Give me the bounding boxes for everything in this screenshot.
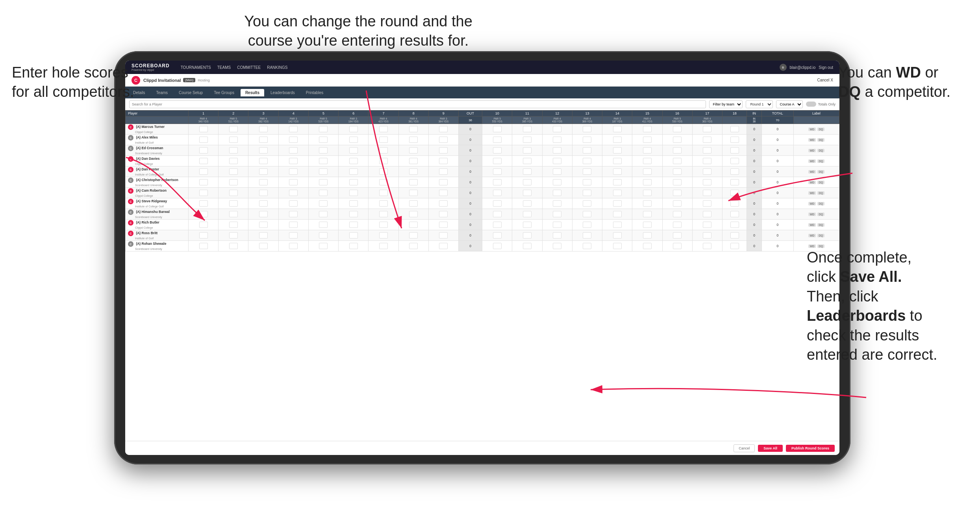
score-input-h6-p10[interactable] (349, 232, 358, 239)
score-input-h10-p9[interactable] (493, 222, 502, 228)
score-input-h15-p0[interactable] (643, 126, 652, 132)
hole-7-input-1[interactable] (369, 135, 398, 145)
hole-14-input-0[interactable] (602, 124, 632, 135)
hole-18-input-10[interactable] (722, 230, 747, 241)
hole-8-input-7[interactable] (398, 198, 428, 209)
score-input-h3-p10[interactable] (259, 232, 268, 239)
hole-12-input-5[interactable] (542, 177, 572, 188)
hole-14-input-4[interactable] (602, 166, 632, 177)
hole-4-input-8[interactable] (278, 209, 308, 220)
dq-button-10[interactable]: DQ (817, 234, 825, 237)
score-input-h15-p9[interactable] (643, 222, 652, 228)
score-input-h3-p1[interactable] (259, 137, 268, 143)
hole-10-input-9[interactable] (482, 220, 512, 230)
score-input-h11-p7[interactable] (523, 200, 532, 207)
hole-18-input-9[interactable] (722, 220, 747, 230)
score-input-h11-p2[interactable] (523, 147, 532, 153)
hole-11-input-6[interactable] (512, 188, 542, 198)
dq-button-6[interactable]: DQ (817, 191, 825, 195)
score-input-h16-p9[interactable] (673, 222, 682, 228)
hole-14-input-6[interactable] (602, 188, 632, 198)
hole-3-input-0[interactable] (248, 124, 278, 135)
score-input-h11-p1[interactable] (523, 137, 532, 143)
hole-5-input-2[interactable] (308, 145, 338, 156)
hole-11-input-10[interactable] (512, 230, 542, 241)
score-input-h12-p9[interactable] (553, 222, 561, 228)
hole-5-input-6[interactable] (308, 188, 338, 198)
hole-6-input-2[interactable] (339, 145, 369, 156)
score-input-h15-p5[interactable] (643, 179, 652, 185)
score-input-h7-p5[interactable] (379, 179, 388, 185)
score-input-h17-p10[interactable] (703, 232, 711, 239)
hole-17-input-9[interactable] (692, 220, 722, 230)
hole-2-input-4[interactable] (219, 166, 248, 177)
score-input-h10-p1[interactable] (493, 137, 502, 143)
score-input-h13-p3[interactable] (583, 158, 591, 164)
hole-5-input-1[interactable] (308, 135, 338, 145)
score-input-h2-p6[interactable] (229, 190, 238, 196)
score-input-h10-p7[interactable] (493, 200, 502, 207)
score-input-h8-p11[interactable] (409, 243, 418, 249)
score-input-h15-p11[interactable] (643, 243, 652, 249)
score-input-h7-p9[interactable] (379, 222, 388, 228)
tab-results[interactable]: Results (241, 89, 264, 96)
hole-5-input-5[interactable] (308, 177, 338, 188)
hole-12-input-6[interactable] (542, 188, 572, 198)
score-input-h8-p9[interactable] (409, 222, 418, 228)
hole-5-input-8[interactable] (308, 209, 338, 220)
score-input-h9-p11[interactable] (439, 243, 448, 249)
hole-13-input-7[interactable] (572, 198, 602, 209)
hole-13-input-5[interactable] (572, 177, 602, 188)
score-input-h12-p8[interactable] (553, 211, 561, 217)
score-input-h7-p10[interactable] (379, 232, 388, 239)
hole-15-input-10[interactable] (632, 230, 662, 241)
hole-5-input-9[interactable] (308, 220, 338, 230)
hole-14-input-7[interactable] (602, 198, 632, 209)
hole-11-input-7[interactable] (512, 198, 542, 209)
hole-4-input-6[interactable] (278, 188, 308, 198)
hole-16-input-9[interactable] (662, 220, 692, 230)
hole-9-input-2[interactable] (428, 145, 458, 156)
dq-button-5[interactable]: DQ (817, 181, 825, 184)
score-input-h18-p2[interactable] (730, 147, 739, 153)
hole-16-input-11[interactable] (662, 241, 692, 251)
score-input-h16-p6[interactable] (673, 190, 682, 196)
score-input-h4-p7[interactable] (289, 200, 298, 207)
hole-2-input-6[interactable] (219, 188, 248, 198)
score-input-h5-p2[interactable] (319, 147, 328, 153)
score-input-h3-p5[interactable] (259, 179, 268, 185)
label-cell-6[interactable]: WD DQ (794, 188, 839, 198)
score-input-h8-p0[interactable] (409, 126, 418, 132)
wd-button-4[interactable]: WD (808, 170, 816, 174)
score-input-h14-p0[interactable] (613, 126, 622, 132)
hole-11-input-0[interactable] (512, 124, 542, 135)
hole-11-input-11[interactable] (512, 241, 542, 251)
score-input-h12-p3[interactable] (553, 158, 561, 164)
score-input-h16-p10[interactable] (673, 232, 682, 239)
hole-4-input-0[interactable] (278, 124, 308, 135)
hole-3-input-5[interactable] (248, 177, 278, 188)
hole-3-input-4[interactable] (248, 166, 278, 177)
score-input-h9-p5[interactable] (439, 179, 448, 185)
score-input-h4-p5[interactable] (289, 179, 298, 185)
hole-16-input-5[interactable] (662, 177, 692, 188)
hole-3-input-7[interactable] (248, 198, 278, 209)
hole-17-input-5[interactable] (692, 177, 722, 188)
hole-7-input-10[interactable] (369, 230, 398, 241)
tab-course-setup[interactable]: Course Setup (174, 89, 207, 96)
score-input-h12-p10[interactable] (553, 232, 561, 239)
hole-4-input-4[interactable] (278, 166, 308, 177)
score-input-h10-p8[interactable] (493, 211, 502, 217)
score-input-h14-p10[interactable] (613, 232, 622, 239)
score-input-h10-p5[interactable] (493, 179, 502, 185)
hole-8-input-2[interactable] (398, 145, 428, 156)
score-input-h5-p4[interactable] (319, 168, 328, 175)
score-input-h10-p11[interactable] (493, 243, 502, 249)
score-input-h6-p0[interactable] (349, 126, 358, 132)
hole-6-input-0[interactable] (339, 124, 369, 135)
hole-18-input-11[interactable] (722, 241, 747, 251)
score-input-h9-p6[interactable] (439, 190, 448, 196)
hole-9-input-10[interactable] (428, 230, 458, 241)
hole-5-input-10[interactable] (308, 230, 338, 241)
nav-rankings[interactable]: RANKINGS (267, 65, 287, 70)
